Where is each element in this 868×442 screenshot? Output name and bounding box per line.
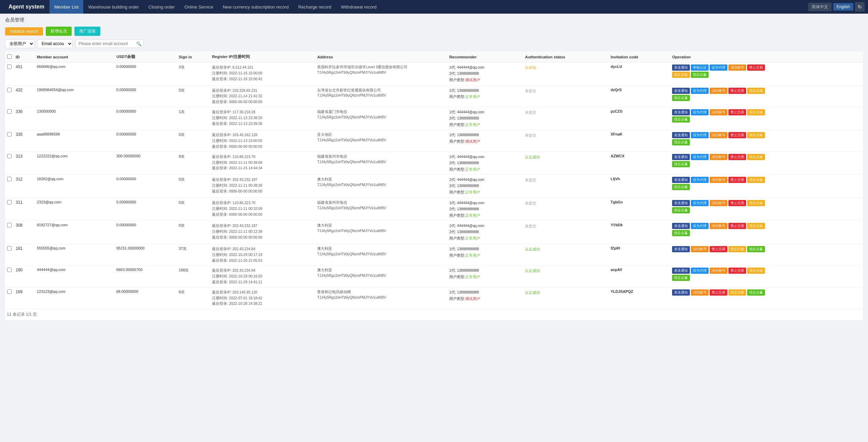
nav-closing[interactable]: Closing order: [144, 0, 180, 14]
op-btn-发送通知[interactable]: 发送通知: [672, 154, 690, 160]
op-btn-指定必输[interactable]: 指定必输: [672, 72, 690, 78]
search-icon[interactable]: 🔍: [136, 41, 142, 46]
row-checkbox[interactable]: [7, 65, 12, 69]
search-input-wrap: 🔍: [75, 40, 144, 48]
row-checkbox[interactable]: [7, 177, 12, 181]
op-btn-发送通知[interactable]: 发送通知: [672, 246, 690, 252]
op-btn-设为代理[interactable]: 设为代理: [691, 200, 709, 206]
nav-recharge[interactable]: Recharge record: [294, 0, 336, 14]
cell-auth: 未提交: [523, 130, 609, 152]
op-btn-禁止交易[interactable]: 禁止交易: [728, 268, 746, 274]
lang-cn-button[interactable]: 简体中文: [808, 3, 831, 11]
row-checkbox[interactable]: [7, 109, 12, 114]
op-btn-禁止交易[interactable]: 禁止交易: [747, 65, 765, 71]
op-btn-设为代理[interactable]: 设为代理: [691, 177, 709, 183]
op-btn-指定必赢[interactable]: 指定必赢: [672, 116, 690, 123]
op-btn-指定必输[interactable]: 指定必输: [747, 268, 765, 274]
cell-address: 福建省泉州市电信TJJ4y5Rgz2xHTb9yQNzmPMJYVo1uitfr…: [315, 152, 447, 175]
op-btn-指定必赢[interactable]: 指定必赢: [672, 139, 690, 145]
op-btn-禁止交易[interactable]: 禁止交易: [728, 109, 746, 115]
refresh-button[interactable]: ↻: [855, 2, 865, 12]
op-btn-冻结账号[interactable]: 冻结账号: [691, 289, 709, 296]
select-all-checkbox[interactable]: [7, 54, 12, 59]
op-btn-发送通知[interactable]: 发送通知: [672, 132, 690, 138]
op-btn-指定必赢[interactable]: 指定必赢: [672, 230, 690, 236]
op-btn-发送通知[interactable]: 发送通知: [672, 223, 690, 229]
op-btn-禁止交易[interactable]: 禁止交易: [728, 132, 746, 138]
cell-address: 福建省泉州市电信TJJ4y5Rgz2xHTb9yQNzmPMJYVo1uitfr…: [315, 198, 447, 221]
lang-en-button[interactable]: English: [833, 3, 853, 11]
nav-new-currency[interactable]: New currency subscription record: [218, 0, 294, 14]
op-btn-指定必赢[interactable]: 指定必赢: [672, 184, 690, 190]
op-btn-冻结账号[interactable]: 冻结账号: [728, 65, 746, 71]
op-btn-冻结账号[interactable]: 冻结账号: [710, 154, 727, 160]
op-btn-指定必输[interactable]: 指定必输: [747, 177, 765, 183]
row-checkbox[interactable]: [7, 200, 12, 204]
cell-usdt: 0.00000000: [114, 130, 177, 152]
promo-link-button[interactable]: 推广连接: [74, 27, 100, 36]
op-btn-设为代理[interactable]: 设为代理: [691, 268, 709, 274]
op-btn-指定必输[interactable]: 指定必输: [728, 289, 746, 296]
new-member-button[interactable]: 新增会员: [46, 27, 72, 36]
op-btn-设为代理[interactable]: 设为代理: [691, 154, 709, 160]
nav-online-service[interactable]: Online Service: [180, 0, 218, 14]
row-checkbox[interactable]: [7, 88, 12, 92]
op-btn-冻结账号[interactable]: 冻结账号: [710, 88, 727, 94]
op-btn-发送通知[interactable]: 发送通知: [672, 109, 690, 115]
op-btn-禁止交易[interactable]: 禁止交易: [728, 200, 746, 206]
op-btn-设为代理[interactable]: 设为代理: [691, 223, 709, 229]
op-btn-冻结账号[interactable]: 冻结账号: [710, 177, 727, 183]
row-checkbox[interactable]: [7, 132, 12, 137]
op-btn-冻结账号[interactable]: 冻结账号: [710, 223, 727, 229]
op-btn-发送通知[interactable]: 发送通知: [672, 177, 690, 183]
op-btn-指定必输[interactable]: 指定必输: [747, 88, 765, 94]
op-btn-冻结账号[interactable]: 冻结账号: [710, 132, 727, 138]
op-btn-指定必赢[interactable]: 指定必赢: [691, 72, 709, 78]
nav-withdrawal[interactable]: Withdrawal record: [336, 0, 381, 14]
op-btn-发送通知[interactable]: 发送通知: [672, 200, 690, 206]
col-invite: Invitation code: [609, 52, 670, 62]
op-btn-冻结账号[interactable]: 冻结账号: [710, 109, 727, 115]
op-btn-发送通知[interactable]: 发送通知: [672, 289, 690, 296]
op-btn-指定必赢[interactable]: 指定必赢: [747, 289, 765, 296]
op-btn-禁止交易[interactable]: 禁止交易: [710, 246, 727, 252]
op-btn-发送通知[interactable]: 发送通知: [672, 65, 690, 71]
nav-member-list[interactable]: Member List: [49, 0, 84, 14]
op-btn-禁止交易[interactable]: 禁止交易: [728, 223, 746, 229]
op-btn-审核认证[interactable]: 审核认证: [691, 65, 709, 71]
row-checkbox[interactable]: [7, 246, 12, 251]
user-type-select[interactable]: 全部用户: [5, 39, 34, 48]
op-btn-发送通知[interactable]: 发送通知: [672, 88, 690, 94]
row-checkbox[interactable]: [7, 154, 12, 158]
op-btn-禁止交易[interactable]: 禁止交易: [728, 177, 746, 183]
op-btn-发送通知[interactable]: 发送通知: [672, 268, 690, 274]
op-btn-指定必赢[interactable]: 指定必赢: [672, 275, 690, 281]
op-btn-禁止交易[interactable]: 禁止交易: [710, 289, 727, 296]
init-search-button[interactable]: Initialize search: [5, 27, 43, 35]
search-field-select[interactable]: Email accou: [37, 39, 73, 48]
op-btn-指定必赢[interactable]: 指定必赢: [672, 95, 690, 101]
op-btn-禁止交易[interactable]: 禁止交易: [728, 154, 746, 160]
row-checkbox[interactable]: [7, 268, 12, 272]
op-btn-指定必赢[interactable]: 指定必赢: [672, 161, 690, 167]
op-btn-指定必输[interactable]: 指定必输: [747, 154, 765, 160]
op-btn-指定必赢[interactable]: 指定必赢: [672, 207, 690, 213]
op-btn-冻结账号[interactable]: 冻结账号: [710, 268, 727, 274]
op-btn-指定必赢[interactable]: 指定必赢: [747, 246, 765, 252]
op-btn-禁止交易[interactable]: 禁止交易: [728, 88, 746, 94]
op-btn-指定必输[interactable]: 指定必输: [747, 223, 765, 229]
search-input[interactable]: [75, 40, 144, 48]
row-checkbox[interactable]: [7, 223, 12, 227]
op-btn-指定必输[interactable]: 指定必输: [747, 109, 765, 115]
op-btn-指定必输[interactable]: 指定必输: [747, 200, 765, 206]
row-checkbox[interactable]: [7, 289, 12, 294]
op-btn-指定必输[interactable]: 指定必输: [747, 132, 765, 138]
op-btn-设为代理[interactable]: 设为代理: [710, 65, 727, 71]
op-btn-指定必输[interactable]: 指定必输: [728, 246, 746, 252]
nav-warehouse[interactable]: Warehouse building order: [83, 0, 143, 14]
op-btn-设为代理[interactable]: 设为代理: [691, 109, 709, 115]
op-btn-冻结账号[interactable]: 冻结账号: [710, 200, 727, 206]
op-btn-设为代理[interactable]: 设为代理: [691, 88, 709, 94]
op-btn-设为代理[interactable]: 设为代理: [691, 132, 709, 138]
op-btn-冻结账号[interactable]: 冻结账号: [691, 246, 709, 252]
